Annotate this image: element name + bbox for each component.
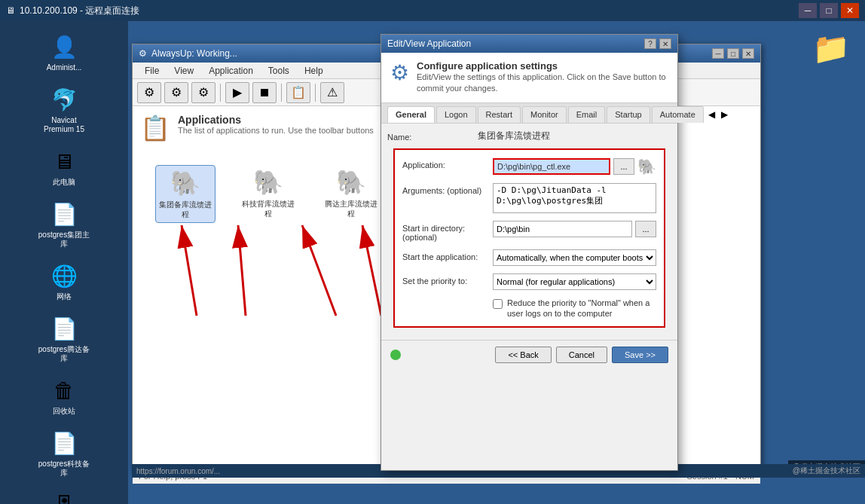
sidebar-navicat-label: Navicat Premium 15 [37,116,91,134]
apps-header-icon: 📋 [140,114,170,142]
dialog-header-icon: ⚙ [390,60,409,85]
menu-tools[interactable]: Tools [262,64,295,78]
save-btn[interactable]: Save >> [612,347,668,363]
toolbar-btn-7[interactable]: ⚠ [320,82,344,103]
name-field: 集团备库流馈进程 [478,130,671,142]
apps-header-text: Applications The list of applications to… [178,114,374,135]
sidebar-item-recycle[interactable]: 🗑 回收站 [34,372,94,419]
sidebar-item-postgres-tengda[interactable]: 📄 postgres腾达备库 [34,310,94,366]
footer-buttons[interactable]: << Back Cancel Save >> [495,347,668,363]
navicat-icon: 🐬 [49,84,79,115]
start-dir-field: ... [493,221,656,237]
alwaysup-maximize-btn[interactable]: □ [727,48,739,59]
sidebar-computer-label: 此电脑 [53,178,75,187]
toolbar-btn-1[interactable]: ⚙ [137,82,161,103]
tab-next-arrow[interactable]: ▶ [718,106,731,123]
tab-general[interactable]: General [387,106,435,123]
rdp-titlebar: 🖥 10.10.200.109 - 远程桌面连接 ─ □ ✕ [0,0,865,21]
alwaysup-controls[interactable]: ─ □ ✕ [712,48,754,59]
toolbar-sep-3 [315,84,316,102]
arguments-group: Arguments: (optional) -D D:\pg\JituanDat… [402,183,656,213]
toolbar-btn-5[interactable]: ⏹ [252,82,277,103]
priority-field: Normal (for regular applications) [493,273,656,290]
checkbox-label: Reduce the priority to "Normal" when a u… [507,298,656,319]
url-text: https://forum.orun.com/... [136,467,220,475]
dialog-help-btn[interactable]: ? [644,38,656,49]
arguments-label: Arguments: (optional) [402,183,493,195]
alwaysup-title: AlwaysUp: Working... [151,48,237,59]
tab-automate[interactable]: Automate [652,106,704,123]
sidebar-item-mycomputer[interactable]: 🖥 此电脑 [34,143,94,190]
tab-monitor[interactable]: Monitor [522,106,567,123]
control-panel-icon: 🎛 [49,490,79,504]
status-dot [390,350,401,360]
application-browse-btn[interactable]: ... [613,158,634,175]
tab-prev-arrow[interactable]: ◀ [705,106,718,123]
menu-application[interactable]: Application [203,64,259,78]
tab-startup[interactable]: Startup [607,106,650,123]
admin-icon: 👤 [49,32,79,62]
form-bordered: Application: ... 🐘 Arguments: (optional)… [393,148,665,328]
rdp-close-btn[interactable]: ✕ [841,3,859,18]
dialog-title-controls[interactable]: ? ✕ [644,38,671,49]
reduce-priority-checkbox[interactable] [493,299,503,309]
cancel-btn[interactable]: Cancel [556,347,607,363]
desktop: 🖥 10.10.200.109 - 远程桌面连接 ─ □ ✕ 👤 Adminis… [0,0,865,504]
folder-icon: 📁 [813,30,849,66]
dialog-tabs: General Logon Restart Monitor Email Star… [381,103,677,124]
arguments-field: -D D:\pg\JituanData -l D:\pg\log\postgre… [493,183,656,213]
sidebar-postgres-tengda-label: postgres腾达备库 [37,345,91,363]
rdp-title-controls[interactable]: ─ □ ✕ [799,3,859,18]
rdp-minimize-btn[interactable]: ─ [799,3,817,18]
apps-title: Applications [178,114,374,126]
arguments-input[interactable]: -D D:\pg\JituanData -l D:\pg\log\postgre… [493,183,656,213]
priority-select[interactable]: Normal (for regular applications) [493,273,656,290]
sidebar-item-postgres-jituan[interactable]: 📄 postgres集团主库 [34,196,94,252]
sidebar-item-network[interactable]: 🌐 网络 [34,258,94,304]
start-app-field: Automatically, when the computer boots [493,249,656,266]
menu-view[interactable]: View [168,64,200,78]
back-btn[interactable]: << Back [495,347,551,363]
toolbar-btn-6[interactable]: 📋 [286,82,310,103]
priority-group: Set the priority to: Normal (for regular… [402,273,656,290]
footer-status [390,350,401,360]
name-label: Name: [387,130,478,142]
tab-restart[interactable]: Restart [478,106,521,123]
dialog-edit-view: Edit/View Application ? ✕ ⚙ Configure ap… [381,34,678,471]
start-dir-input[interactable] [493,221,632,237]
application-label: Application: [402,157,493,170]
sidebar-postgres-keji-label: postgres科技备库 [37,460,91,478]
tab-email[interactable]: Email [568,106,606,123]
start-dir-group: Start in directory: (optional) ... [402,221,656,242]
sidebar-item-navicat[interactable]: 🐬 Navicat Premium 15 [34,81,94,137]
toolbar-btn-4[interactable]: ▶ [225,82,249,103]
app-tengda-zhuku[interactable]: 🐘 腾达主库流馈进程 [321,165,381,221]
recycle-icon: 🗑 [49,375,79,405]
dialog-header-title: Configure application settings [417,60,668,72]
sidebar-item-postgres-keji[interactable]: 📄 postgres科技备库 [34,425,94,481]
alwaysup-minimize-btn[interactable]: ─ [712,48,724,59]
sidebar-item-admin[interactable]: 👤 Administ... [34,29,94,75]
application-input[interactable] [493,158,610,175]
alwaysup-close-btn[interactable]: ✕ [742,48,754,59]
rdp-title-text: 10.10.200.109 - 远程桌面连接 [20,5,139,17]
app-jituan-beifen[interactable]: 🐘 集团备库流馈进程 [155,165,215,223]
menu-file[interactable]: File [139,64,165,78]
app-tengda-label: 腾达主库流馈进程 [324,199,378,218]
dialog-form-outer: Name: 集团备库流馈进程 Application: ... 🐘 [381,124,677,341]
sidebar-item-control-panel[interactable]: 🎛 控制面板 [34,487,94,504]
toolbar-btn-3[interactable]: ⚙ [191,82,215,103]
svg-line-0 [182,225,197,316]
toolbar-btn-2[interactable]: ⚙ [164,82,188,103]
svg-line-1 [238,225,246,316]
dialog-close-btn[interactable]: ✕ [659,38,671,49]
application-icon: 🐘 [637,157,656,176]
rdp-maximize-btn[interactable]: □ [820,3,838,18]
start-app-select[interactable]: Automatically, when the computer boots [493,249,656,266]
menu-help[interactable]: Help [298,64,329,78]
start-dir-browse-btn[interactable]: ... [635,221,656,237]
desktop-folder-icon[interactable]: 📁 [805,30,857,68]
dialog-header: ⚙ Configure application settings Edit/Vi… [381,53,677,103]
app-keji-beifen[interactable]: 🐘 科技背库流馈进程 [238,165,298,221]
tab-logon[interactable]: Logon [436,106,476,123]
